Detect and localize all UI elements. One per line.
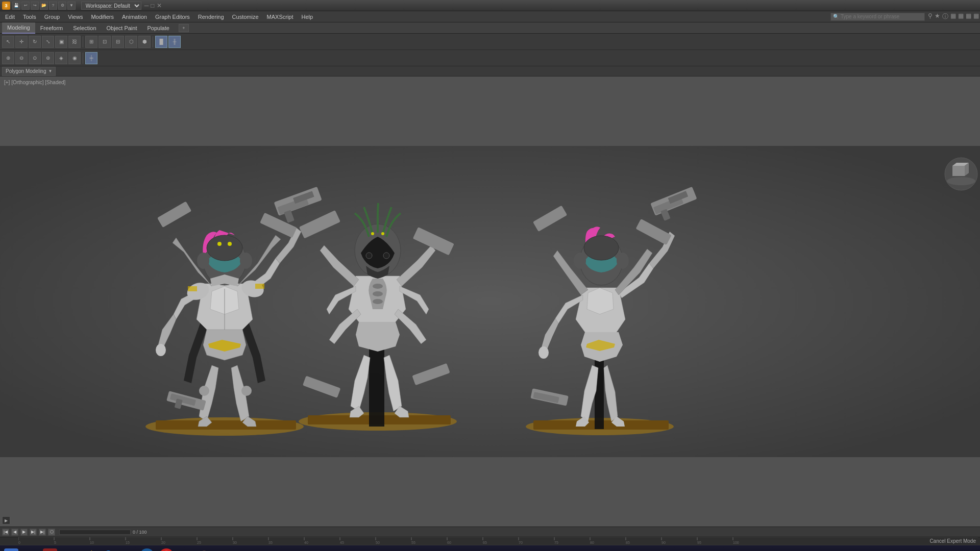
start-button[interactable]: [2, 547, 20, 552]
close-btn[interactable]: ✕: [157, 2, 162, 9]
taskbar-app-ie[interactable]: e: [138, 547, 156, 552]
tl-go-start[interactable]: |◀: [2, 529, 9, 536]
svg-text:35: 35: [268, 541, 273, 544]
cancel-expert-mode[interactable]: Cancel Expert Mode: [929, 538, 976, 544]
svg-rect-62: [952, 166, 965, 176]
svg-point-11: [197, 253, 209, 269]
menu-animation[interactable]: Animation: [118, 11, 151, 22]
taskbar-app-3dsmax[interactable]: 3: [41, 547, 59, 552]
taskbar-app-media[interactable]: 🖥: [177, 547, 195, 552]
tool-rotate[interactable]: ↻: [29, 36, 41, 48]
poly-dropdown-arrow: ▼: [48, 69, 53, 73]
tool-active1[interactable]: ▐▌: [155, 36, 167, 48]
svg-point-9: [217, 242, 222, 246]
menu-modifiers[interactable]: Modifiers: [87, 11, 118, 22]
qa-open[interactable]: 📂: [40, 2, 48, 10]
media-icon: 🖥: [179, 548, 193, 552]
tool-sep-1: [83, 36, 83, 47]
svg-point-37: [383, 253, 389, 259]
taskbar-app-lightning[interactable]: ⚡: [80, 547, 98, 552]
search-icon-header[interactable]: ⚲: [928, 12, 933, 21]
tool-snap2[interactable]: ⊡: [99, 36, 111, 48]
ribbon-tab-selection[interactable]: Selection: [68, 22, 101, 34]
tl-prev-frame[interactable]: ◀: [11, 529, 18, 536]
qa-redo[interactable]: ↪: [31, 2, 39, 10]
red-app-icon: e: [159, 548, 174, 552]
ribbon-tab-object-paint[interactable]: Object Paint: [102, 22, 142, 34]
tool-mirror[interactable]: ⬡: [125, 36, 137, 48]
workspace-selector[interactable]: Workspace: Default: [81, 2, 141, 10]
polygon-modeling-label[interactable]: Polygon Modeling ▼: [2, 67, 56, 76]
svg-text:30: 30: [233, 541, 237, 544]
tool-select2[interactable]: ▣: [55, 36, 67, 48]
menu-tools[interactable]: Tools: [19, 11, 40, 22]
tool-link[interactable]: ⛓: [68, 36, 81, 48]
tool2-5[interactable]: ◈: [55, 52, 67, 64]
svg-point-50: [617, 253, 629, 269]
timeline-bar: [59, 530, 131, 535]
ribbon-tab-modeling[interactable]: Modeling: [2, 22, 35, 34]
menu-views[interactable]: Views: [64, 11, 87, 22]
tool-array[interactable]: ⬢: [138, 36, 151, 48]
layout-icon2[interactable]: ▦: [958, 12, 964, 21]
play-indicator[interactable]: ▶: [2, 516, 10, 524]
ribbon-tab-populate[interactable]: Populate: [142, 22, 174, 34]
tool-sep-2: [153, 36, 153, 47]
menu-edit[interactable]: Edit: [1, 11, 19, 22]
tool-active2[interactable]: ╫: [168, 36, 181, 48]
tool-scale[interactable]: ⤡: [42, 36, 54, 48]
ribbon-tab-freeform[interactable]: Freeform: [35, 22, 68, 34]
tool-move[interactable]: ✛: [15, 36, 28, 48]
layout-icon3[interactable]: ▦: [966, 12, 971, 21]
tool2-4[interactable]: ⊛: [42, 52, 54, 64]
svg-point-48: [584, 236, 619, 260]
menu-help[interactable]: Help: [298, 11, 317, 22]
ribbon-add-btn[interactable]: +: [179, 24, 189, 32]
tool2-6[interactable]: ◉: [68, 52, 81, 64]
tl-next-frame[interactable]: ▶|: [30, 529, 37, 536]
tl-play[interactable]: ▶: [20, 529, 28, 536]
qa-dropdown[interactable]: ▼: [67, 2, 76, 10]
svg-rect-26: [255, 284, 264, 289]
info-icon[interactable]: ⓘ: [942, 12, 948, 21]
star-icon[interactable]: ★: [935, 12, 940, 21]
search-input[interactable]: [841, 14, 922, 19]
qa-save[interactable]: 💾: [12, 2, 20, 10]
taskbar-app-paint[interactable]: 🎨: [196, 547, 214, 552]
menu-maxscript[interactable]: MAXScript: [263, 11, 298, 22]
tl-key[interactable]: ⬡: [48, 529, 55, 536]
taskbar-app-explorer[interactable]: 📁: [21, 547, 40, 552]
tool-snap3[interactable]: ⊟: [112, 36, 124, 48]
main-viewport[interactable]: [+] [Orthographic] [Shaded]: [0, 77, 980, 527]
qa-help[interactable]: ?: [49, 2, 57, 10]
taskbar-app-folder[interactable]: 📂: [60, 547, 79, 552]
menu-group[interactable]: Group: [40, 11, 64, 22]
explorer-icon: 📁: [23, 548, 38, 552]
lightning-icon: ⚡: [82, 548, 96, 552]
ribbon-extra-controls: +: [179, 24, 189, 32]
tool2-3[interactable]: ⊙: [29, 52, 41, 64]
tool2-2[interactable]: ⊖: [15, 52, 28, 64]
maximize-btn[interactable]: □: [151, 2, 154, 9]
ie-icon: e: [140, 548, 154, 552]
taskbar-app-red[interactable]: e: [157, 547, 176, 552]
tool2-active[interactable]: ╪: [85, 52, 97, 64]
svg-point-51: [538, 346, 549, 359]
qa-settings[interactable]: ⚙: [58, 2, 66, 10]
svg-text:25: 25: [197, 541, 201, 544]
taskbar-app-gem[interactable]: ◈: [215, 547, 234, 552]
tool-select[interactable]: ↖: [2, 36, 14, 48]
taskbar-app-person[interactable]: 👤: [99, 547, 117, 552]
svg-point-35: [381, 232, 384, 235]
tl-go-end[interactable]: ▶|: [39, 529, 46, 536]
tool2-1[interactable]: ⊕: [2, 52, 14, 64]
menu-customize[interactable]: Customize: [228, 11, 263, 22]
qa-undo[interactable]: ↩: [21, 2, 30, 10]
minimize-btn[interactable]: ─: [144, 2, 149, 9]
menu-graph-editors[interactable]: Graph Editors: [151, 11, 194, 22]
layout-icon1[interactable]: ▦: [950, 12, 956, 21]
tool-snap[interactable]: ⊞: [85, 36, 97, 48]
menu-rendering[interactable]: Rendering: [194, 11, 228, 22]
taskbar-app-scissors[interactable]: ✂: [118, 547, 137, 552]
layout-icon4[interactable]: ▦: [973, 12, 979, 21]
